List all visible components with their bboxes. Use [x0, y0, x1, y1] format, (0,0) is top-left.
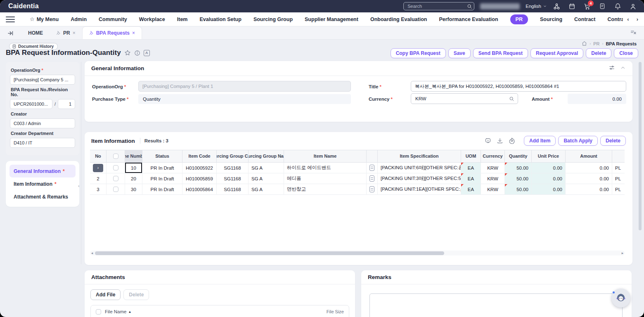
menu-item-workplace[interactable]: Workplace — [139, 17, 165, 22]
column-header-currency[interactable]: Currency — [481, 150, 505, 163]
menu-item-item[interactable]: Item — [177, 17, 188, 22]
pin-icon[interactable] — [89, 31, 94, 35]
sort-ascending-icon[interactable]: ▲ — [128, 310, 131, 314]
menu-item-performance-evaluation[interactable]: Performance Evaluation — [439, 17, 498, 22]
column-header-uom[interactable]: UOM — [461, 150, 481, 163]
menu-scroll-right-icon[interactable]: › — [637, 16, 638, 22]
send-bpa-request-button[interactable]: Send BPA Request — [473, 48, 528, 58]
breadcrumb-pr[interactable]: PR — [593, 41, 599, 46]
request-approval-button[interactable]: Request Approval — [530, 48, 583, 58]
column-header-item_code[interactable]: Item Code — [182, 150, 217, 163]
menu-item-supplier-management[interactable]: Supplier Management — [305, 17, 358, 22]
column-header-chk[interactable] — [107, 150, 125, 163]
close-icon[interactable]: × — [132, 30, 135, 36]
cell-chk[interactable] — [107, 173, 125, 184]
menu-item-onboarding-evaluation[interactable]: Onboarding Evaluation — [370, 17, 427, 22]
vscroll-thumb[interactable] — [639, 62, 642, 230]
download-icon[interactable] — [497, 137, 503, 144]
column-header-qty[interactable]: Quantity — [505, 150, 532, 163]
column-settings-icon[interactable] — [608, 64, 615, 73]
tab-home[interactable]: HOME — [21, 26, 50, 39]
column-header-sg_name[interactable]: Sourcing Group Name — [249, 150, 284, 163]
collapse-tabs-icon[interactable] — [5, 27, 16, 39]
copy-bpa-request-button[interactable]: Copy BPA Request — [391, 48, 446, 58]
close-all-tabs-icon[interactable] — [630, 29, 637, 37]
title-input[interactable] — [411, 81, 626, 92]
column-header-unit_price[interactable]: Unit Price — [532, 150, 566, 163]
tab-bpa-requests[interactable]: BPA Requests× — [82, 26, 142, 39]
cell-uom[interactable]: EA — [461, 173, 481, 184]
cell-qty[interactable]: 50.00 — [505, 184, 532, 195]
global-search[interactable] — [403, 2, 474, 10]
cell-qty[interactable]: 50.00 — [505, 173, 532, 184]
language-selector[interactable]: English — [526, 4, 547, 9]
calendar-icon[interactable] — [568, 2, 575, 10]
menu-item-contract[interactable]: Contract — [574, 17, 595, 22]
delete-button[interactable]: Delete — [586, 48, 611, 58]
add-file-button[interactable]: Add File — [90, 289, 121, 300]
file-size-column-header[interactable]: File Size — [327, 309, 344, 314]
table-row[interactable]: 330PR In DraftH010005864SG1168SG A면반창고[P… — [90, 184, 625, 195]
pin-icon[interactable] — [56, 31, 61, 35]
assistant-bot-button[interactable] — [611, 289, 630, 308]
info-icon[interactable] — [134, 50, 140, 56]
home-icon[interactable] — [582, 41, 587, 46]
item-note-icon[interactable] — [369, 175, 374, 182]
menu-item-admin[interactable]: Admin — [71, 17, 87, 22]
table-horizontal-scrollbar[interactable]: ◂ ▸ — [90, 251, 625, 255]
document-icon[interactable] — [599, 2, 606, 10]
hscroll-thumb[interactable] — [95, 251, 444, 255]
table-row[interactable]: ›10PR In DraftH010005922SG1168SG A하이드로 에… — [90, 163, 625, 173]
search-icon[interactable] — [467, 3, 472, 9]
item-note-icon[interactable] — [369, 186, 374, 192]
menu-item-community[interactable]: Community — [99, 17, 127, 22]
cell-chk[interactable] — [107, 163, 125, 173]
row-checkbox[interactable] — [113, 176, 118, 181]
column-header-note[interactable] — [367, 150, 378, 163]
collapse-section-icon[interactable] — [620, 65, 626, 72]
selected-row-expander-icon[interactable]: › — [93, 164, 103, 172]
page-vertical-scrollbar[interactable] — [639, 62, 642, 314]
column-header-line[interactable]: Line Number — [125, 150, 142, 163]
scroll-right-arrow-icon[interactable]: ▸ — [620, 251, 625, 255]
favorite-star-icon[interactable] — [124, 50, 131, 56]
column-header-no[interactable]: No — [90, 150, 107, 163]
menu-item-evaluation-setup[interactable]: Evaluation Setup — [199, 17, 241, 22]
cell-unit_price[interactable]: 0.00 — [532, 173, 566, 184]
add-item-button[interactable]: Add Item — [524, 136, 556, 146]
menu-item-sourcing[interactable]: Sourcing — [540, 17, 562, 22]
column-header-pl[interactable] — [612, 150, 625, 163]
batch-apply-button[interactable]: Batch Apply — [558, 136, 598, 146]
menu-item-contract-po-request[interactable]: Contract/PO Request — [608, 17, 623, 22]
close-icon[interactable]: × — [73, 30, 76, 36]
scroll-left-arrow-icon[interactable]: ◂ — [90, 251, 94, 255]
cart-icon[interactable]: 4 — [583, 2, 591, 10]
memo-icon[interactable]: A — [144, 50, 150, 56]
column-header-amount[interactable]: Amount — [566, 150, 612, 163]
user-icon[interactable] — [629, 2, 637, 10]
select-all-files-checkbox[interactable] — [96, 309, 101, 315]
column-header-spec[interactable]: Item Specification — [378, 150, 461, 163]
column-header-sg_code[interactable]: Sourcing Group Code — [217, 150, 249, 163]
hamburger-menu-icon[interactable] — [6, 17, 15, 22]
table-row[interactable]: 220PR In DraftH010005859SG1168SG A메디폼[PA… — [90, 173, 625, 184]
gear-icon[interactable] — [509, 137, 515, 144]
currency-input[interactable] — [414, 96, 509, 102]
item-note-icon[interactable] — [369, 165, 374, 171]
tab-pr[interactable]: PR× — [50, 26, 82, 39]
menu-item-pr[interactable]: PR — [510, 14, 528, 24]
file-name-column-header[interactable]: File Name — [105, 309, 126, 314]
tooltip-help-icon[interactable] — [485, 137, 491, 144]
sidebar-item-general-information[interactable]: General Information* — [9, 165, 76, 177]
cell-chk[interactable] — [107, 184, 125, 195]
menu-item-my-menu[interactable]: ☆My Menu — [30, 16, 59, 22]
sidebar-item-attachment-remarks[interactable]: Attachment & Remarks — [9, 190, 76, 203]
column-header-item_name[interactable]: Item Name — [284, 150, 367, 163]
column-header-status[interactable]: Status — [142, 150, 182, 163]
cell-uom[interactable]: EA — [461, 163, 481, 173]
remarks-textarea[interactable] — [369, 293, 623, 317]
cell-uom[interactable]: EA — [461, 184, 481, 195]
cell-unit_price[interactable]: 0.00 — [532, 184, 566, 195]
menu-item-sourcing-group[interactable]: Sourcing Group — [253, 17, 293, 22]
currency-field[interactable] — [411, 93, 518, 104]
